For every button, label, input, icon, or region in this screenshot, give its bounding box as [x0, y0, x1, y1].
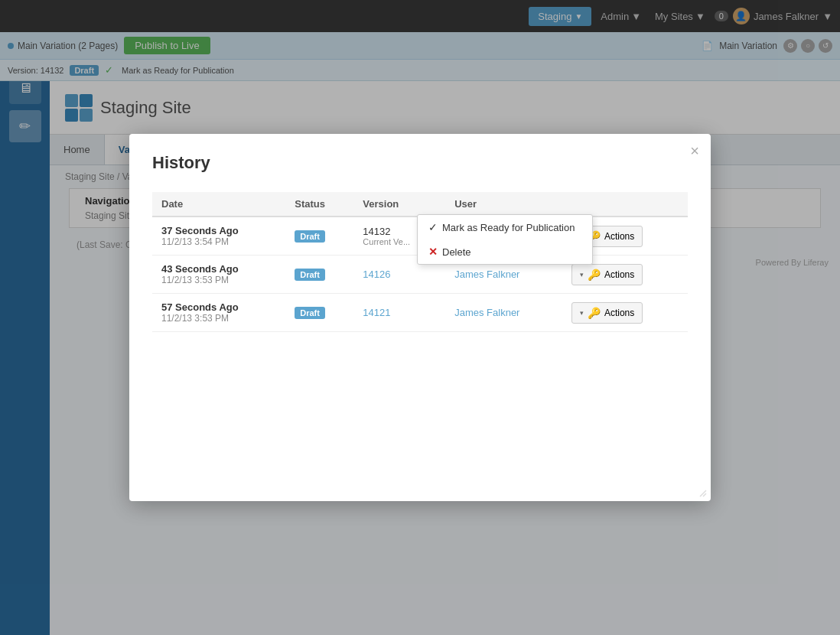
row3-version-link[interactable]: 14121: [363, 307, 390, 318]
row2-draft-badge: Draft: [295, 269, 325, 281]
row2-date-primary: 43 Seconds Ago: [161, 263, 276, 275]
row3-user-link[interactable]: James Falkner: [454, 307, 519, 318]
row1-date-secondary: 11/2/13 3:54 PM: [161, 236, 276, 247]
row1-date: 37 Seconds Ago 11/2/13 3:54 PM: [152, 217, 285, 256]
row1-status: Draft: [285, 217, 353, 256]
col-actions: [562, 192, 688, 217]
row2-actions-button[interactable]: ▾ 🔑 Actions: [571, 264, 643, 285]
row2-date-secondary: 11/2/13 3:53 PM: [161, 275, 276, 285]
row2-user-link[interactable]: James Falkner: [454, 269, 519, 280]
actions-dropdown-menu: ✓ Mark as Ready for Publication ✕ Delete: [417, 214, 593, 265]
row1-date-primary: 37 Seconds Ago: [161, 225, 276, 236]
modal-overlay: History × Date Status Version User 37 Se…: [0, 0, 840, 635]
row3-version: 14121: [353, 294, 445, 332]
table-row: 57 Seconds Ago 11/2/13 3:53 PM Draft 141…: [152, 294, 688, 332]
col-status: Status: [285, 192, 353, 217]
row1-draft-badge: Draft: [295, 230, 325, 243]
col-version: Version: [353, 192, 445, 217]
row3-date-secondary: 11/2/13 3:53 PM: [161, 313, 276, 324]
svg-line-1: [703, 493, 706, 497]
row3-date-primary: 57 Seconds Ago: [161, 301, 276, 313]
row3-draft-badge: Draft: [295, 307, 325, 319]
row3-date: 57 Seconds Ago 11/2/13 3:53 PM: [152, 294, 285, 332]
row3-actions-button[interactable]: ▾ 🔑 Actions: [571, 302, 643, 324]
col-user: User: [445, 192, 562, 217]
delete-item[interactable]: ✕ Delete: [418, 239, 592, 264]
row3-actions-caret: ▾: [580, 309, 584, 317]
col-date: Date: [152, 192, 285, 217]
row3-user: James Falkner: [445, 294, 562, 332]
row3-key-icon: 🔑: [588, 307, 601, 319]
svg-line-0: [700, 490, 706, 497]
row3-actions-cell: ▾ 🔑 Actions: [562, 294, 688, 332]
delete-x-icon: ✕: [428, 246, 438, 258]
row2-actions-caret: ▾: [580, 271, 584, 278]
row2-status: Draft: [285, 256, 353, 294]
table-header: Date Status Version User: [152, 192, 688, 217]
history-modal: History × Date Status Version User 37 Se…: [129, 134, 711, 501]
modal-resize-handle[interactable]: [698, 489, 708, 498]
row2-version-link[interactable]: 14126: [363, 269, 390, 280]
row2-key-icon: 🔑: [588, 269, 601, 281]
checkmark-menu-icon: ✓: [428, 221, 438, 233]
row3-status: Draft: [285, 294, 353, 332]
modal-close-button[interactable]: ×: [690, 143, 699, 158]
row2-date: 43 Seconds Ago 11/2/13 3:53 PM: [152, 256, 285, 294]
mark-ready-item[interactable]: ✓ Mark as Ready for Publication: [418, 215, 592, 239]
modal-title: History: [152, 153, 688, 173]
